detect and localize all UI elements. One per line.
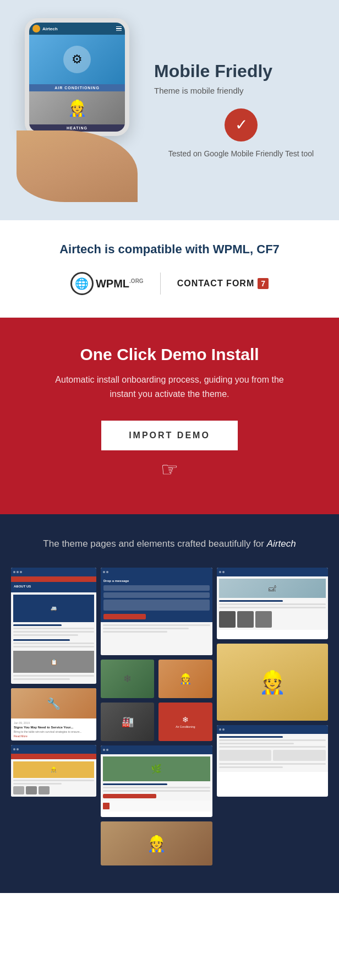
logo-divider [160, 273, 161, 295]
wpml-label: WPML [96, 277, 129, 290]
blog-screen-content: 🌿 [101, 754, 212, 801]
ac-conditioning-image: ❄ Air Conditioning [158, 703, 212, 741]
more-images-row: 🏭 ❄ Air Conditioning [101, 703, 212, 741]
small-page-thumb: 👷 [11, 745, 96, 797]
blog-card-image: 🔧 [11, 688, 96, 718]
about-page-thumb: ABOUT US 🚐 📋 [11, 568, 96, 684]
checkmark-icon: ✓ [235, 116, 248, 134]
blog-text: Bring to the table win-win survival stra… [14, 730, 94, 733]
intro-brand-text: Airtech [267, 538, 296, 549]
cf7-logo: CONTACT FORM 7 [177, 278, 269, 289]
mobile-friendly-section: Airtech ⚙ AIR CONDITIONING 👷 HEATING Mob… [0, 0, 339, 220]
pages-intro: The theme pages and elements crafted bea… [11, 536, 328, 551]
import-button-wrapper: IMPORT DEMO ☞ [101, 421, 238, 481]
demo-title: One Click Demo Install [17, 345, 322, 364]
screen-content: 🚐 📋 [11, 592, 96, 684]
pages-section: The theme pages and elements crafted bea… [0, 514, 339, 893]
ac-unit-image: 🏭 [101, 703, 154, 741]
mobile-right-content: Mobile Friedly Theme is mobile friendly … [143, 61, 328, 160]
small-screen-img: 👷 [13, 761, 94, 778]
hand-image [17, 130, 138, 202]
contact-bottom-content [101, 622, 212, 655]
screen-image2-placeholder: 📋 [13, 651, 94, 673]
blog-card-thumb: 🔧 Jan 09, 2019 Signs You May Need to Ser… [11, 688, 96, 741]
phone-label-ac: AIR CONDITIONING [29, 84, 125, 91]
phone-brand-text: Airtech [42, 26, 58, 31]
phone-top-bar: Airtech [29, 23, 125, 35]
screen-nav [11, 576, 96, 582]
phone-hero-image: ⚙ [29, 35, 125, 84]
import-demo-button[interactable]: IMPORT DEMO [101, 421, 238, 450]
blog-page-thumb: 🌿 [101, 745, 212, 817]
blog-hero-img: 🌿 [103, 756, 210, 781]
services-page-thumb [217, 725, 329, 797]
blog-title: Signs You May Need to Service Your... [14, 726, 94, 729]
contact-screen-content [101, 582, 212, 622]
blog-date: Jan 09, 2019 [14, 721, 94, 725]
mobile-title: Mobile Friedly [154, 61, 328, 81]
services-screen-content [217, 734, 329, 772]
col-left: ABOUT US 🚐 📋 [11, 568, 96, 865]
blog-bottom [101, 801, 212, 812]
ac-image-2: 👷 [158, 660, 212, 698]
ac-images-row: ❄ 👷 [101, 660, 212, 698]
phone-menu-icon [116, 26, 122, 31]
services-screen-header [217, 725, 329, 734]
contact-page-thumb: Drop a message [101, 568, 212, 655]
wpml-globe-icon: 🌐 [70, 272, 94, 295]
tested-text: Tested on Google Mobile Friendly Test to… [154, 148, 328, 160]
col-right: 🛋 👷 [217, 568, 329, 865]
team-screen-header [217, 568, 329, 576]
team-page-thumb: 🛋 [217, 568, 329, 639]
cursor-icon: ☞ [101, 458, 238, 481]
wpml-org-suffix: .ORG [129, 278, 144, 284]
demo-section: One Click Demo Install Automatic install… [0, 318, 339, 514]
ac-image-1: ❄ [101, 660, 154, 698]
phone-logo-icon [32, 25, 40, 32]
wpml-logo: 🌐 WPML.ORG [70, 272, 144, 295]
cf7-text: CONTACT FORM [177, 279, 255, 288]
compatible-title: Airtech is compatible with WPML, CF7 [17, 242, 322, 257]
team-hero-img: 🛋 [219, 579, 326, 598]
demo-subtitle: Automatic install onboarding process, gu… [54, 373, 285, 401]
check-badge: ✓ [225, 108, 258, 141]
compatible-section: Airtech is compatible with WPML, CF7 🌐 W… [0, 220, 339, 318]
screenshots-grid: ABOUT US 🚐 📋 [11, 568, 328, 865]
blog-screen-header [101, 745, 212, 754]
contact-screen-header [101, 568, 212, 576]
small-screen-header [11, 745, 96, 754]
worker-portrait-image: 👷 [217, 644, 329, 721]
phone-mockup: Airtech ⚙ AIR CONDITIONING 👷 HEATING [25, 18, 129, 136]
person-icon: 👷 [68, 99, 87, 117]
blog-read-more: Read More [14, 734, 94, 738]
team-screen-content: 🛋 [217, 576, 329, 630]
wpml-text: WPML.ORG [96, 277, 144, 290]
worker-image: 👷 [101, 821, 212, 865]
cf7-badge: 7 [258, 278, 269, 289]
phone-hand-container: Airtech ⚙ AIR CONDITIONING 👷 HEATING [11, 18, 143, 202]
intro-static-text: The theme pages and elements crafted bea… [43, 538, 266, 549]
col-mid: Drop a message ❄ 👷 [101, 568, 212, 865]
blog-card-content: Jan 09, 2019 Signs You May Need to Servi… [11, 718, 96, 741]
pages-intro-text: The theme pages and elements crafted bea… [11, 536, 328, 551]
logos-row: 🌐 WPML.ORG CONTACT FORM 7 [17, 272, 322, 295]
mobile-subtitle: Theme is mobile friendly [154, 86, 328, 95]
screen-header [11, 568, 96, 576]
small-screen-content: 👷 [11, 759, 96, 797]
phone-gear-icon: ⚙ [63, 46, 91, 73]
small-screen-nav [11, 754, 96, 759]
screen-image-placeholder: 🚐 [13, 595, 94, 622]
phone-service-image: 👷 [29, 91, 125, 124]
